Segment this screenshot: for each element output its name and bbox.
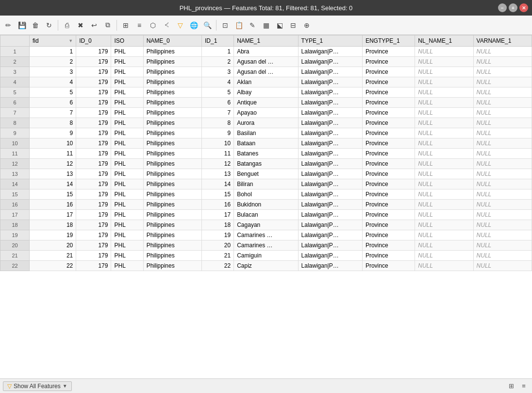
col-header-fid[interactable]: fid ▼ <box>30 35 76 47</box>
copy-button[interactable]: ⧉ <box>101 19 114 32</box>
table-cell: Philippines <box>143 251 201 261</box>
status-list-button[interactable]: ≡ <box>518 381 529 392</box>
row-number: 19 <box>0 230 30 240</box>
table-cell: Province <box>362 77 415 87</box>
col-header-name1[interactable]: NAME_1 <box>234 35 298 47</box>
row-number: 6 <box>0 98 30 108</box>
table-cell: PHL <box>111 67 143 77</box>
table-row[interactable]: 1616179PHLPhilippines16BukidnonLalawigan… <box>0 200 532 210</box>
table-cell: 19 <box>202 230 234 240</box>
edit-pencil-button[interactable]: ✏ <box>2 19 15 32</box>
table-row[interactable]: 22179PHLPhilippines2Agusan del …Lalawiga… <box>0 57 532 67</box>
table-row[interactable]: 99179PHLPhilippines9BasilanLalawigan|P…P… <box>0 128 532 138</box>
table-row[interactable]: 2020179PHLPhilippines20Camarines …Lalawi… <box>0 240 532 251</box>
table-row[interactable]: 11179PHLPhilippines1AbraLalawigan|P…Prov… <box>0 47 532 57</box>
search-button[interactable]: 🔍 <box>201 19 214 32</box>
row-number: 9 <box>0 128 30 138</box>
new-layer-button[interactable]: ⊞ <box>119 19 132 32</box>
table-cell: 179 <box>76 261 111 271</box>
table-cell: NULL <box>415 200 473 210</box>
table-cell: 8 <box>30 118 76 128</box>
table-row[interactable]: 1212179PHLPhilippines12BatangasLalawigan… <box>0 159 532 169</box>
col-header-id1[interactable]: ID_1 <box>202 35 234 47</box>
table-cell: 12 <box>30 159 76 169</box>
title-bar: PHL_provinces — Features Total: 81, Filt… <box>0 0 532 16</box>
window-controls: − + ✕ <box>498 3 528 12</box>
table-body: 11179PHLPhilippines1AbraLalawigan|P…Prov… <box>0 47 532 271</box>
table-row[interactable]: 44179PHLPhilippines4AklanLalawigan|P…Pro… <box>0 77 532 87</box>
table2-button[interactable]: ▦ <box>260 19 272 32</box>
table-cell: Aurora <box>234 118 298 128</box>
table-row[interactable]: 77179PHLPhilippines7ApayaoLalawigan|P…Pr… <box>0 108 532 118</box>
table-row[interactable]: 1818179PHLPhilippines18CagayanLalawigan|… <box>0 220 532 230</box>
print-button[interactable]: ⎙ <box>61 19 73 32</box>
undo-button[interactable]: ↩ <box>88 19 100 32</box>
refresh-button[interactable]: ↻ <box>43 19 55 32</box>
table-cell: NULL <box>415 210 473 220</box>
table-row[interactable]: 66179PHLPhilippines6AntiqueLalawigan|P…P… <box>0 98 532 108</box>
globe-button[interactable]: 🌐 <box>187 19 200 32</box>
col-header-iso[interactable]: ISO <box>111 35 143 47</box>
minimize2-button[interactable]: ⊟ <box>287 19 299 32</box>
table-cell: 14 <box>202 179 234 189</box>
filter2-button[interactable]: ⧼ <box>160 19 173 32</box>
table-cell: NULL <box>415 98 473 108</box>
table-cell: Province <box>362 189 415 200</box>
table-cell: Bulacan <box>234 210 298 220</box>
table-row[interactable]: 2222179PHLPhilippines22CapizLalawigan|P…… <box>0 261 532 271</box>
table-cell: PHL <box>111 240 143 251</box>
table-cell: NULL <box>473 230 532 240</box>
table-cell: Province <box>362 159 415 169</box>
shape-button[interactable]: ⬡ <box>147 19 159 32</box>
zoom-button[interactable]: ⊕ <box>300 19 313 32</box>
close-button[interactable]: ✕ <box>519 3 528 12</box>
maximize-button[interactable]: + <box>509 3 517 12</box>
table-cell: Philippines <box>143 108 201 118</box>
table-row[interactable]: 2121179PHLPhilippines21CamiguinLalawigan… <box>0 251 532 261</box>
col-fid-label: fid <box>33 37 39 44</box>
filter-button[interactable]: ▽ <box>174 19 186 32</box>
table-row[interactable]: 1010179PHLPhilippines10BataanLalawigan|P… <box>0 138 532 149</box>
table-row[interactable]: 1919179PHLPhilippines19Camarines …Lalawi… <box>0 230 532 240</box>
save-button[interactable]: 💾 <box>16 19 28 32</box>
minimize-button[interactable]: − <box>498 3 507 12</box>
table-cell: PHL <box>111 159 143 169</box>
col-header-var1[interactable]: VARNAME_1 <box>473 35 532 47</box>
delete2-button[interactable]: ✖ <box>74 19 87 32</box>
paste-button[interactable]: 📋 <box>233 19 245 32</box>
table-cell: 179 <box>76 230 111 240</box>
col-header-type1[interactable]: TYPE_1 <box>298 35 362 47</box>
table-cell: NULL <box>415 108 473 118</box>
table-row[interactable]: 1515179PHLPhilippines15BoholLalawigan|P…… <box>0 189 532 200</box>
feature-table[interactable]: fid ▼ ID_0 ISO NAME_0 ID_1 NAME_1 <box>0 35 532 378</box>
table-cell: Lalawigan|P… <box>298 47 362 57</box>
col-header-name0[interactable]: NAME_0 <box>143 35 201 47</box>
table-cell: Province <box>362 220 415 230</box>
columns-button[interactable]: ≡ <box>133 19 146 32</box>
table-row[interactable]: 1111179PHLPhilippines11BatanesLalawigan|… <box>0 149 532 159</box>
table-cell: PHL <box>111 118 143 128</box>
col-header-nl1[interactable]: NL_NAME_1 <box>415 35 473 47</box>
delete-button[interactable]: 🗑 <box>29 19 42 32</box>
table-row[interactable]: 33179PHLPhilippines3Agusan del …Lalawiga… <box>0 67 532 77</box>
show-all-features-button[interactable]: ▽ Show All Features ▼ <box>3 381 72 391</box>
status-grid-button[interactable]: ⊞ <box>506 381 516 392</box>
copy-selected-button[interactable]: ⊡ <box>219 19 232 32</box>
edit3-button[interactable]: ✎ <box>246 19 259 32</box>
table-cell: PHL <box>111 138 143 149</box>
col-header-id0[interactable]: ID_0 <box>76 35 111 47</box>
table-row[interactable]: 1313179PHLPhilippines13BenguetLalawigan|… <box>0 169 532 179</box>
col-header-engtype1[interactable]: ENGTYPE_1 <box>362 35 415 47</box>
table-row[interactable]: 1414179PHLPhilippines14BiliranLalawigan|… <box>0 179 532 189</box>
table-row[interactable]: 55179PHLPhilippines5AlbayLalawigan|P…Pro… <box>0 87 532 98</box>
table-row[interactable]: 1717179PHLPhilippines17BulacanLalawigan|… <box>0 210 532 220</box>
expand-button[interactable]: ⬕ <box>273 19 286 32</box>
table-row[interactable]: 88179PHLPhilippines8AuroraLalawigan|P…Pr… <box>0 118 532 128</box>
table-cell: Province <box>362 210 415 220</box>
col-id0-label: ID_0 <box>79 37 91 44</box>
table-cell: 14 <box>30 179 76 189</box>
table-cell: Camarines … <box>234 230 298 240</box>
table-cell: PHL <box>111 220 143 230</box>
table-cell: Lalawigan|P… <box>298 261 362 271</box>
table-cell: Philippines <box>143 149 201 159</box>
